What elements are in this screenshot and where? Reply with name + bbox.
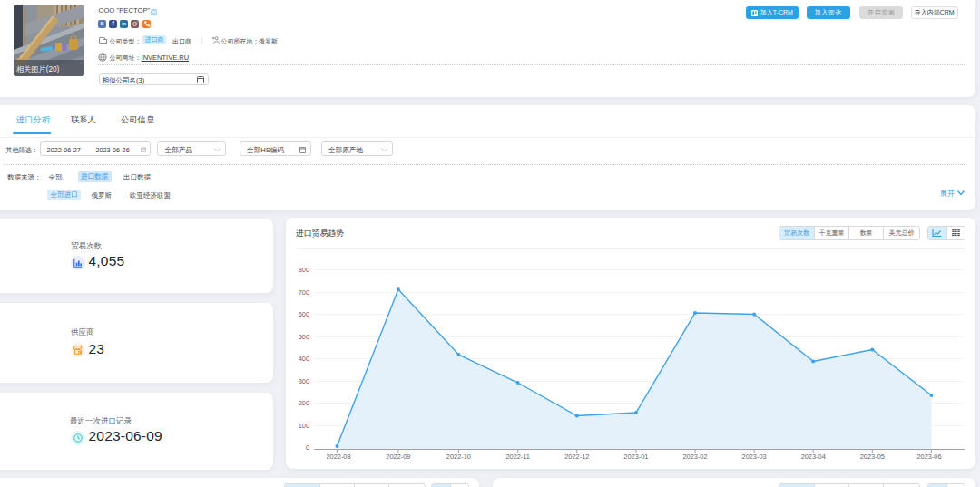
svg-text:200: 200 bbox=[299, 399, 309, 407]
svg-text:2023-05: 2023-05 bbox=[860, 453, 885, 461]
svg-text:2023-01: 2023-01 bbox=[623, 453, 648, 461]
svg-text:800: 800 bbox=[299, 266, 309, 274]
svg-text:2022-10: 2022-10 bbox=[446, 453, 471, 461]
svg-text:2022-11: 2022-11 bbox=[505, 453, 530, 461]
svg-text:300: 300 bbox=[299, 377, 309, 385]
svg-text:2023-03: 2023-03 bbox=[742, 453, 767, 461]
svg-text:2022-12: 2022-12 bbox=[564, 453, 589, 461]
svg-text:400: 400 bbox=[299, 355, 309, 363]
svg-text:100: 100 bbox=[299, 422, 309, 430]
svg-text:2023-04: 2023-04 bbox=[801, 453, 826, 461]
svg-text:600: 600 bbox=[299, 310, 309, 318]
svg-text:2022-09: 2022-09 bbox=[386, 453, 410, 461]
svg-text:2023-06: 2023-06 bbox=[916, 453, 941, 461]
svg-text:500: 500 bbox=[299, 333, 309, 341]
svg-text:0: 0 bbox=[306, 443, 309, 452]
svg-text:相关图片(20): 相关图片(20) bbox=[16, 65, 60, 73]
svg-text:2022-08: 2022-08 bbox=[326, 453, 350, 461]
svg-text:2023-02: 2023-02 bbox=[682, 453, 707, 461]
svg-text:700: 700 bbox=[299, 288, 309, 297]
